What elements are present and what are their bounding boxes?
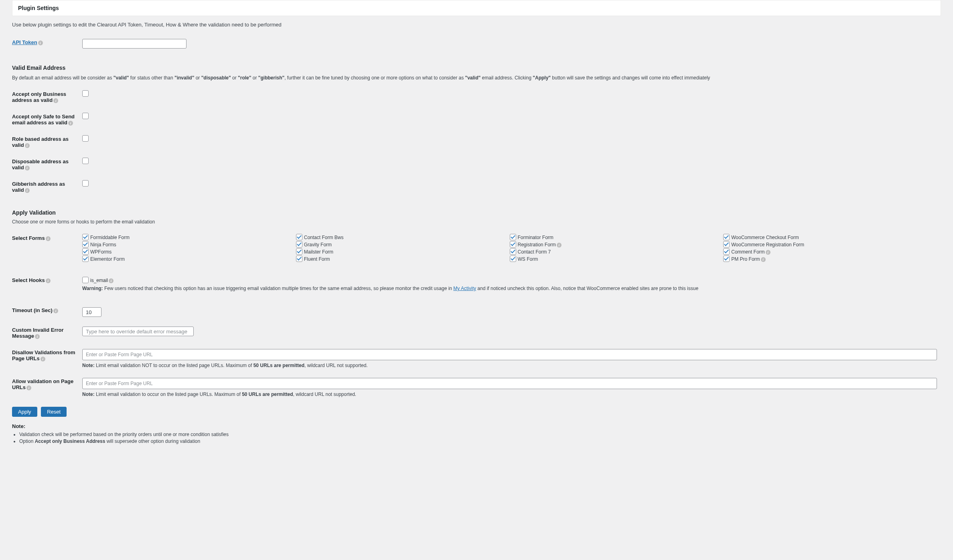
- forms-grid: Formiddable Form Ninja Forms WPForms Ele…: [82, 235, 937, 264]
- allow-input[interactable]: [82, 378, 937, 389]
- form-checkbox[interactable]: [510, 256, 516, 262]
- intro-text: Use below plugin settings to edit the Cl…: [12, 22, 941, 28]
- note-item: Validation check will be performed based…: [19, 432, 941, 437]
- form-item[interactable]: Gravity Form: [296, 242, 510, 248]
- info-icon[interactable]: i: [766, 250, 771, 255]
- info-icon[interactable]: i: [35, 334, 40, 339]
- form-checkbox[interactable]: [82, 241, 89, 248]
- role-label: Role based address as valid: [12, 136, 69, 148]
- form-item[interactable]: WPForms: [82, 249, 296, 255]
- form-checkbox[interactable]: [723, 241, 730, 248]
- business-checkbox[interactable]: [82, 90, 89, 97]
- form-checkbox[interactable]: [723, 256, 730, 262]
- form-item[interactable]: WS Form: [510, 256, 724, 262]
- form-item[interactable]: Registration Formi: [510, 242, 724, 248]
- info-icon[interactable]: i: [46, 278, 51, 283]
- gibberish-checkbox[interactable]: [82, 180, 89, 187]
- bottom-note-list: Validation check will be performed based…: [12, 432, 941, 444]
- disallow-note: Note: Limit email validation NOT to occu…: [82, 363, 937, 368]
- info-icon[interactable]: i: [109, 278, 114, 283]
- info-icon[interactable]: i: [41, 357, 45, 361]
- disposable-label: Disposable address as valid: [12, 158, 69, 170]
- is-email-item[interactable]: is_emaili: [82, 278, 114, 283]
- form-checkbox[interactable]: [296, 241, 302, 248]
- form-item[interactable]: WooCommerce Checkout Form: [723, 235, 937, 240]
- info-icon[interactable]: i: [25, 188, 30, 193]
- is-email-checkbox[interactable]: [82, 277, 89, 283]
- info-icon[interactable]: i: [68, 121, 73, 126]
- form-checkbox[interactable]: [510, 234, 516, 240]
- form-item[interactable]: PM Pro Formi: [723, 256, 937, 262]
- note-item: Option Accept only Business Address will…: [19, 438, 941, 444]
- select-forms-label: Select Forms: [12, 235, 45, 241]
- form-checkbox[interactable]: [82, 248, 89, 255]
- form-checkbox[interactable]: [296, 248, 302, 255]
- select-hooks-label: Select Hooks: [12, 277, 45, 283]
- my-activity-link[interactable]: My Activity: [453, 286, 476, 291]
- form-item[interactable]: Comment Formi: [723, 249, 937, 255]
- disallow-input[interactable]: [82, 349, 937, 360]
- disposable-checkbox[interactable]: [82, 158, 89, 164]
- valid-email-desc: By default an email address will be cons…: [12, 75, 937, 81]
- bottom-note-heading: Note:: [12, 423, 941, 429]
- timeout-input[interactable]: [82, 307, 101, 317]
- form-checkbox[interactable]: [723, 248, 730, 255]
- form-checkbox[interactable]: [510, 248, 516, 255]
- settings-header: Plugin Settings: [12, 0, 941, 16]
- apply-validation-sub: Choose one or more forms or hooks to per…: [12, 219, 937, 225]
- form-item[interactable]: Ninja Forms: [82, 242, 296, 248]
- apply-validation-heading: Apply Validation: [12, 209, 937, 216]
- info-icon[interactable]: i: [53, 308, 58, 313]
- business-label: Accept only Business address as valid: [12, 91, 66, 103]
- form-item[interactable]: Elementor Form: [82, 256, 296, 262]
- info-icon[interactable]: i: [26, 386, 31, 390]
- hooks-warning: Warning: Few users noticed that checking…: [82, 286, 937, 291]
- reset-button[interactable]: Reset: [41, 407, 67, 417]
- safe-checkbox[interactable]: [82, 113, 89, 119]
- info-icon[interactable]: i: [25, 166, 30, 170]
- info-icon[interactable]: i: [53, 98, 58, 103]
- form-checkbox[interactable]: [510, 241, 516, 248]
- form-item[interactable]: Contact Form Bws: [296, 235, 510, 240]
- form-item[interactable]: Forminator Form: [510, 235, 724, 240]
- safe-label: Accept only Safe to Send email address a…: [12, 114, 75, 126]
- form-checkbox[interactable]: [82, 234, 89, 240]
- api-token-link[interactable]: API Token: [12, 39, 37, 45]
- form-item[interactable]: Mailster Form: [296, 249, 510, 255]
- form-item[interactable]: WooCommerce Registration Form: [723, 242, 937, 248]
- form-checkbox[interactable]: [82, 256, 89, 262]
- form-item[interactable]: Contact Form 7: [510, 249, 724, 255]
- gibberish-label: Gibberish address as valid: [12, 181, 65, 193]
- page-title: Plugin Settings: [18, 5, 935, 11]
- info-icon[interactable]: i: [38, 41, 43, 45]
- form-checkbox[interactable]: [296, 256, 302, 262]
- allow-note: Note: Limit email validation to occur on…: [82, 392, 937, 397]
- valid-email-heading: Valid Email Address: [12, 65, 937, 71]
- form-item[interactable]: Formiddable Form: [82, 235, 296, 240]
- api-token-input[interactable]: [82, 39, 187, 49]
- apply-button[interactable]: Apply: [12, 407, 37, 417]
- info-icon[interactable]: i: [46, 236, 51, 241]
- form-checkbox[interactable]: [296, 234, 302, 240]
- timeout-label: Timeout (in Sec): [12, 307, 53, 313]
- form-item[interactable]: Fluent Form: [296, 256, 510, 262]
- info-icon[interactable]: i: [761, 257, 766, 262]
- info-icon[interactable]: i: [25, 143, 30, 148]
- role-checkbox[interactable]: [82, 135, 89, 142]
- info-icon[interactable]: i: [557, 243, 562, 248]
- allow-label: Allow validation on Page URLs: [12, 378, 73, 390]
- form-checkbox[interactable]: [723, 234, 730, 240]
- error-msg-input[interactable]: [82, 327, 194, 336]
